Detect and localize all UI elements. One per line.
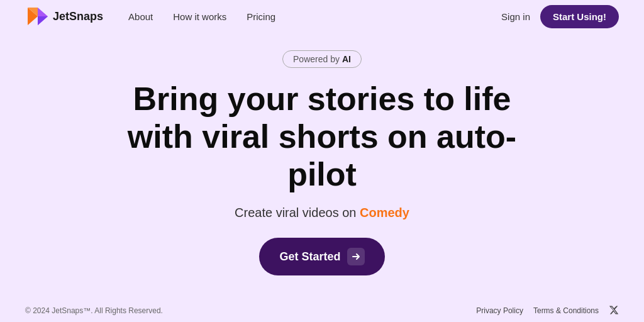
twitter-icon[interactable] xyxy=(609,305,619,317)
svg-marker-3 xyxy=(38,16,48,25)
hero-title-line1: Bring your stories to life xyxy=(133,80,511,117)
navbar: JetSnaps About How it works Pricing Sign… xyxy=(0,0,644,33)
hero-title-line2: with viral shorts on auto-pilot xyxy=(128,118,516,192)
get-started-label: Get Started xyxy=(279,250,340,264)
arrow-right-icon xyxy=(347,248,365,265)
hero-subtitle: Create viral videos on Comedy xyxy=(235,206,409,220)
logo-icon xyxy=(25,5,48,28)
nav-actions: Sign in Start Using! xyxy=(501,5,619,28)
terms-link[interactable]: Terms & Conditions xyxy=(533,306,599,315)
nav-links: About How it works Pricing xyxy=(128,11,501,22)
start-using-button[interactable]: Start Using! xyxy=(540,5,619,28)
nav-pricing[interactable]: Pricing xyxy=(247,11,275,22)
privacy-policy-link[interactable]: Privacy Policy xyxy=(476,306,523,315)
hero-title: Bring your stories to life with viral sh… xyxy=(102,80,542,193)
footer: © 2024 JetSnaps™. All Rights Reserved. P… xyxy=(0,299,644,322)
subtitle-prefix: Create viral videos on xyxy=(235,206,356,219)
nav-how-it-works[interactable]: How it works xyxy=(173,11,226,22)
hero-section: Powered by AI Bring your stories to life… xyxy=(0,33,644,298)
brand-name: JetSnaps xyxy=(53,10,103,23)
powered-prefix: Powered by xyxy=(293,54,340,64)
subtitle-highlight: Comedy xyxy=(360,206,409,219)
powered-badge: Powered by AI xyxy=(282,50,362,68)
nav-about[interactable]: About xyxy=(128,11,153,22)
footer-copyright: © 2024 JetSnaps™. All Rights Reserved. xyxy=(25,306,163,315)
sign-in-button[interactable]: Sign in xyxy=(501,11,530,22)
logo[interactable]: JetSnaps xyxy=(25,5,103,28)
get-started-button[interactable]: Get Started xyxy=(259,238,384,275)
footer-links: Privacy Policy Terms & Conditions xyxy=(476,305,619,317)
powered-highlight: AI xyxy=(342,54,351,64)
